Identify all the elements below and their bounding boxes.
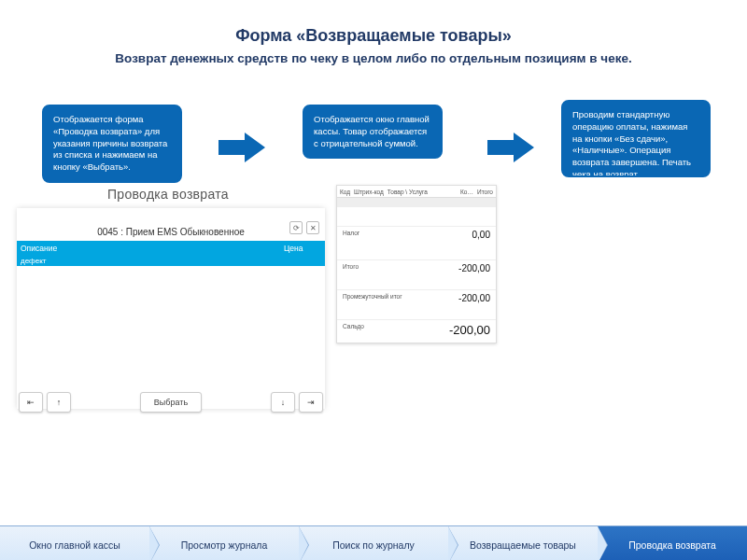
step-box-1: Отображается форма «Проводка возврата» д… bbox=[42, 105, 182, 183]
left-panel-title: Проводка возврата bbox=[107, 187, 229, 202]
nav-main-window[interactable]: Окно главной кассы bbox=[0, 525, 149, 560]
left-panel-item: 0045 : Прием EMS Обыкновенное bbox=[17, 227, 325, 237]
page-title: Форма «Возвращаемые товары» bbox=[0, 26, 747, 46]
table-row[interactable]: дефект bbox=[17, 255, 325, 266]
arrow-1 bbox=[218, 133, 265, 162]
btn-last[interactable]: ⇥ bbox=[299, 392, 323, 413]
step-box-2: Отображается окно главной кассы. Товар о… bbox=[303, 105, 443, 159]
nav-return-posting[interactable]: Проводка возврата bbox=[598, 525, 747, 560]
btn-up[interactable]: ↑ bbox=[47, 392, 71, 413]
refresh-icon[interactable]: ⟳ bbox=[289, 221, 303, 234]
nav-journal-search[interactable]: Поиск по журналу bbox=[299, 525, 448, 560]
btn-select[interactable]: Выбрать bbox=[140, 392, 202, 413]
breadcrumb-nav: Окно главной кассы Просмотр журнала Поис… bbox=[0, 525, 747, 560]
step-box-3: Проводим стандартную операцию оплаты, на… bbox=[561, 100, 711, 177]
btn-first[interactable]: ⇤ bbox=[19, 392, 43, 413]
nav-returned-goods[interactable]: Возвращаемые товары bbox=[448, 525, 598, 560]
nav-journal-view[interactable]: Просмотр журнала bbox=[149, 525, 299, 560]
register-panel: Код Штрих-код Товар \ Услуга Ко… Итого Н… bbox=[336, 185, 497, 343]
page-subtitle: Возврат денежных средств по чеку в целом… bbox=[0, 51, 747, 65]
arrow-2 bbox=[487, 133, 534, 162]
return-posting-panel: ⟳ ✕ 0045 : Прием EMS Обыкновенное Описан… bbox=[17, 208, 325, 409]
close-icon[interactable]: ✕ bbox=[306, 221, 319, 234]
table-header: Описание Цена bbox=[17, 241, 325, 255]
btn-down[interactable]: ↓ bbox=[271, 392, 295, 413]
